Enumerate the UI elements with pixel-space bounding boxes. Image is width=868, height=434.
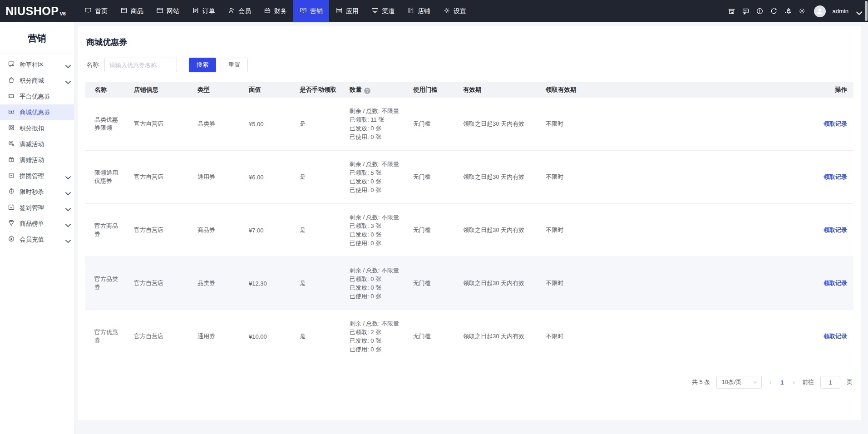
coupon-name: 官方优惠券 bbox=[85, 310, 128, 363]
recharge-icon bbox=[8, 235, 15, 244]
logo: NIUSHOP V6 bbox=[0, 0, 78, 22]
qty-remain-total: 剩余 / 总数: 不限量 bbox=[350, 107, 402, 115]
column-header-manual: 是否手动领取 bbox=[294, 82, 344, 98]
message-icon[interactable] bbox=[742, 7, 750, 15]
help-icon[interactable]: ? bbox=[364, 88, 370, 94]
nav-item-goods[interactable]: 商品 bbox=[114, 0, 150, 22]
qty-issued: 已发放: 0 张 bbox=[350, 124, 402, 133]
sidebar-item-label: 商品榜单 bbox=[20, 220, 44, 228]
claim-records-link[interactable]: 领取记录 bbox=[824, 173, 847, 180]
sidebar-item-full-gift[interactable]: 满赠活动 bbox=[0, 152, 74, 168]
nav-item-settings[interactable]: 设置 bbox=[437, 0, 473, 22]
qty-used: 已使用: 0 张 bbox=[350, 133, 402, 141]
group-buy-icon bbox=[8, 172, 15, 180]
avatar[interactable] bbox=[814, 5, 826, 17]
page-size-select[interactable]: 10条/页 bbox=[716, 376, 762, 389]
claim-records-link[interactable]: 领取记录 bbox=[824, 280, 847, 286]
search-button[interactable]: 搜索 bbox=[189, 58, 216, 72]
nav-item-marketing[interactable]: 营销 bbox=[293, 0, 329, 22]
store-info: 官方自营店 bbox=[128, 310, 192, 363]
chevron-down-icon bbox=[753, 380, 758, 385]
sidebar-item-mall-coupon[interactable]: 商城优惠券 bbox=[0, 104, 74, 120]
sidebar-item-points-mall[interactable]: 积分商城 bbox=[0, 73, 74, 89]
mall-coupon-icon bbox=[8, 108, 15, 117]
nav-item-website[interactable]: 网站 bbox=[150, 0, 186, 22]
sidebar-item-group-buy[interactable]: 拼团管理 bbox=[0, 168, 74, 184]
prev-page-button[interactable]: ‹ bbox=[768, 379, 772, 386]
face-value: ¥7.00 bbox=[243, 204, 294, 257]
current-page[interactable]: 1 bbox=[779, 379, 785, 386]
sidebar-item-label: 平台优惠券 bbox=[20, 93, 50, 101]
qty-received: 已领取: 5 张 bbox=[350, 168, 402, 177]
qty-used: 已使用: 0 张 bbox=[350, 239, 402, 247]
coupon-type: 品类券 bbox=[192, 98, 243, 151]
chevron-down-icon bbox=[64, 190, 69, 194]
qty-issued: 已发放: 0 张 bbox=[350, 336, 402, 345]
column-header-action: 操作 bbox=[672, 82, 853, 98]
nav-item-label: 设置 bbox=[454, 7, 466, 15]
rocket-icon[interactable] bbox=[784, 7, 792, 15]
reset-button[interactable]: 重置 bbox=[221, 58, 248, 72]
manual-claim: 是 bbox=[294, 204, 344, 257]
claim-records-link[interactable]: 领取记录 bbox=[824, 120, 847, 127]
chevron-down-icon[interactable] bbox=[855, 9, 860, 14]
sidebar-item-full-reduction[interactable]: 满减活动 bbox=[0, 136, 74, 152]
table-header-row: 名称 店铺信息 类型 面值 是否手动领取 数量? 使用门槛 有效期 领取有效期 … bbox=[85, 82, 853, 98]
threshold: 无门槛 bbox=[408, 98, 458, 151]
qty-issued: 已发放: 0 张 bbox=[350, 177, 402, 186]
qty-remain-total: 剩余 / 总数: 不限量 bbox=[350, 160, 402, 168]
nav-item-label: 营销 bbox=[310, 7, 323, 15]
nav-item-finance[interactable]: 财务 bbox=[257, 0, 293, 22]
chevron-down-icon bbox=[64, 174, 69, 178]
column-header-store: 店铺信息 bbox=[128, 82, 192, 98]
info-icon[interactable] bbox=[756, 7, 764, 15]
column-header-claim-validity: 领取有效期 bbox=[540, 82, 672, 98]
sidebar-item-points-deduct[interactable]: 积分抵扣 bbox=[0, 120, 74, 136]
gear-icon[interactable] bbox=[798, 7, 806, 15]
validity: 领取之日起30 天内有效 bbox=[458, 204, 540, 257]
column-header-value: 面值 bbox=[243, 82, 294, 98]
nav-item-label: 财务 bbox=[274, 7, 287, 15]
nav-item-orders[interactable]: 订单 bbox=[186, 0, 222, 22]
coupon-name-input[interactable] bbox=[104, 58, 177, 72]
claim-validity: 不限时 bbox=[540, 257, 672, 310]
table-row: 限领通用优惠券 官方自营店 通用券 ¥6.00 是 剩余 / 总数: 不限量 已… bbox=[85, 151, 853, 204]
nav-item-shop[interactable]: 店铺 bbox=[401, 0, 437, 22]
claim-records-link[interactable]: 领取记录 bbox=[824, 227, 847, 233]
store-icon[interactable] bbox=[728, 7, 736, 15]
coupon-name: 官方商品券 bbox=[85, 204, 128, 257]
nav-item-apps[interactable]: 应用 bbox=[329, 0, 365, 22]
claim-records-link[interactable]: 领取记录 bbox=[824, 333, 847, 340]
next-page-button[interactable]: › bbox=[792, 379, 796, 386]
sidebar-item-community[interactable]: 种草社区 bbox=[0, 57, 74, 73]
order-icon bbox=[192, 7, 199, 15]
nav-item-members[interactable]: 会员 bbox=[222, 0, 257, 22]
platform-coupon-icon bbox=[8, 92, 15, 101]
sidebar-item-ranking[interactable]: 商品榜单 bbox=[0, 216, 74, 232]
goto-page-input[interactable] bbox=[820, 376, 840, 389]
sidebar-item-label: 会员充值 bbox=[20, 236, 44, 244]
claim-validity: 不限时 bbox=[540, 310, 672, 363]
sidebar-item-platform-coupon[interactable]: 平台优惠券 bbox=[0, 89, 74, 104]
website-icon bbox=[156, 7, 163, 15]
refresh-icon[interactable] bbox=[770, 7, 778, 15]
chevron-down-icon bbox=[64, 79, 69, 83]
scrollbar[interactable] bbox=[865, 1, 868, 21]
chevron-down-icon bbox=[64, 237, 69, 242]
sidebar-item-label: 商城优惠券 bbox=[20, 108, 50, 117]
qty-received: 已领取: 2 张 bbox=[350, 328, 402, 336]
sidebar-item-checkin[interactable]: 签到管理 bbox=[0, 200, 74, 216]
face-value: ¥6.00 bbox=[243, 151, 294, 204]
search-label: 名称 bbox=[86, 61, 99, 69]
full-reduction-icon bbox=[8, 140, 15, 148]
quantity-cell: 剩余 / 总数: 不限量 已领取: 11 张 已发放: 0 张 已使用: 0 张 bbox=[344, 98, 408, 151]
coupon-name: 官方品类券 bbox=[85, 257, 128, 310]
nav-item-home[interactable]: 首页 bbox=[78, 0, 114, 22]
qty-used: 已使用: 0 张 bbox=[350, 186, 402, 194]
sidebar-item-recharge[interactable]: 会员充值 bbox=[0, 232, 74, 247]
sidebar-item-flash-sale[interactable]: 限时秒杀 bbox=[0, 184, 74, 200]
nav-item-channels[interactable]: 渠道 bbox=[365, 0, 401, 22]
username[interactable]: admin bbox=[833, 8, 848, 15]
page-title: 商城优惠券 bbox=[85, 33, 853, 58]
points-mall-icon bbox=[8, 76, 15, 85]
